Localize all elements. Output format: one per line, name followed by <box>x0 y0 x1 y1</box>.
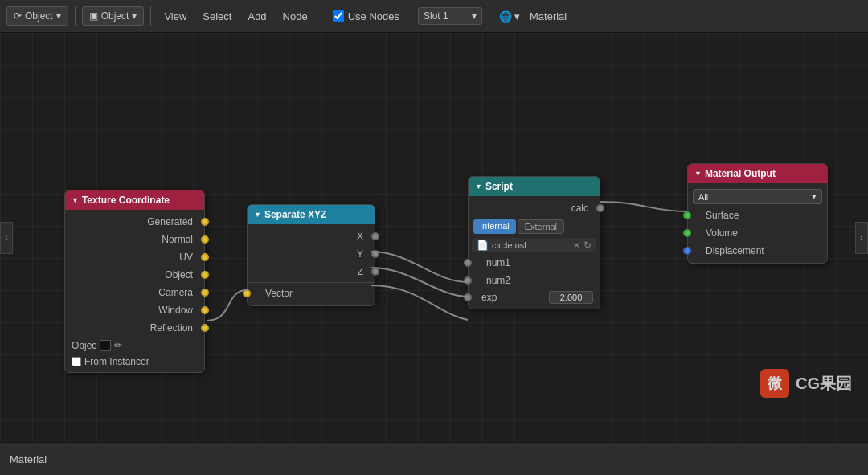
node-row-num1: num1 <box>469 254 600 272</box>
close-icon[interactable]: ✕ <box>573 240 580 251</box>
statusbar: Material <box>0 442 868 475</box>
object-icon: ▣ <box>89 10 98 22</box>
tab-internal[interactable]: Internal <box>473 219 516 234</box>
slot-dropdown[interactable]: Slot 1 ▾ <box>418 7 482 25</box>
node-menu-button[interactable]: Node <box>276 7 314 26</box>
vector-input-socket[interactable] <box>243 289 251 297</box>
object-mode-button[interactable]: ▣ Object ▾ <box>82 6 145 26</box>
left-panel-toggle[interactable]: ‹ <box>0 222 13 254</box>
separate-xyz-title: Separate XYZ <box>264 209 326 220</box>
separator4 <box>411 6 411 26</box>
texture-coordinate-body: Generated Normal UV Object Camera <box>65 210 204 372</box>
node-row-z: Z <box>248 263 375 280</box>
node-row-num2: num2 <box>469 272 600 289</box>
num1-label: num1 <box>475 257 593 268</box>
right-panel-toggle[interactable]: › <box>855 222 868 254</box>
exp-socket[interactable] <box>464 293 472 301</box>
slot-chevron: ▾ <box>472 10 477 22</box>
window-socket[interactable] <box>201 306 209 314</box>
normal-socket[interactable] <box>201 235 209 244</box>
node-row-displacement: Displacement <box>688 242 827 260</box>
separator2 <box>150 6 151 26</box>
num1-socket[interactable] <box>464 259 472 267</box>
node-row-camera: Camera <box>65 284 204 301</box>
script-tabs: Internal External <box>469 217 600 236</box>
x-socket[interactable] <box>371 232 379 240</box>
camera-socket[interactable] <box>201 289 209 297</box>
exp-label: exp <box>475 292 544 303</box>
generated-label: Generated <box>72 216 198 227</box>
script-node: ▼ Script calc Internal External 📄 circle… <box>468 176 600 309</box>
vector-label: Vector <box>254 288 368 299</box>
header-triangle: ▼ <box>72 196 79 204</box>
use-nodes-label: Use Nodes <box>348 10 399 23</box>
eyedropper-icon[interactable]: ✏ <box>114 340 122 351</box>
script-header: ▼ Script <box>469 177 600 196</box>
exp-value-field[interactable]: 2.000 <box>549 291 593 304</box>
rotate-icon: ⟳ <box>14 10 22 22</box>
separator5 <box>489 6 489 26</box>
from-instancer-checkbox[interactable] <box>72 357 81 366</box>
displacement-label: Displacement <box>694 245 821 256</box>
reflection-label: Reflection <box>72 322 198 334</box>
color-swatch[interactable] <box>100 340 111 351</box>
globe-button[interactable]: 🌐 ▾ <box>496 8 523 25</box>
refresh-icon[interactable]: ↻ <box>583 240 592 251</box>
view-menu-button[interactable]: View <box>158 7 193 26</box>
node-row-volume: Volume <box>688 224 827 242</box>
texture-coordinate-node: ▼ Texture Coordinate Generated Normal UV… <box>64 190 205 373</box>
texture-coordinate-title: Texture Coordinate <box>82 195 170 206</box>
volume-label: Volume <box>694 227 821 239</box>
wm-icon-text: 微 <box>768 374 782 393</box>
node-row-window: Window <box>65 301 204 319</box>
node-row-object: Object <box>65 266 204 284</box>
node-row-objec: Objec ✏ <box>65 337 204 354</box>
separate-xyz-body: X Y Z Vector <box>248 224 375 305</box>
node-row-surface: Surface <box>688 207 827 224</box>
node-row-x: X <box>248 227 375 245</box>
uv-socket[interactable] <box>201 253 209 261</box>
script-file-row: 📄 circle.osl ✕ ↻ <box>472 238 596 252</box>
node-canvas[interactable]: ‹ › ▼ Texture Coordinate Generated Norma… <box>0 33 868 442</box>
editor-type-button[interactable]: ⟳ Object ▾ <box>6 6 68 26</box>
num2-socket[interactable] <box>464 276 472 285</box>
uv-label: UV <box>72 252 198 263</box>
separator <box>75 6 76 26</box>
script-triangle: ▼ <box>475 182 482 190</box>
y-socket[interactable] <box>371 250 379 258</box>
exp-row: exp 2.000 <box>469 289 600 305</box>
objec-label: Objec <box>72 340 96 351</box>
displacement-socket[interactable] <box>683 247 691 255</box>
calc-socket[interactable] <box>596 204 604 212</box>
use-nodes-checkbox[interactable] <box>333 10 344 22</box>
separator <box>248 282 375 283</box>
z-socket[interactable] <box>371 268 379 276</box>
node-row-normal: Normal <box>65 231 204 248</box>
reflection-socket[interactable] <box>201 324 209 332</box>
y-label: Y <box>254 248 368 260</box>
all-value: All <box>698 192 708 202</box>
script-filename: circle.osl <box>492 240 570 250</box>
from-instancer-label: From Instancer <box>84 356 149 367</box>
material-label: Material <box>526 10 567 23</box>
slot-label: Slot 1 <box>424 10 448 22</box>
z-label: Z <box>254 266 368 277</box>
calc-label: calc <box>475 203 593 214</box>
select-menu-button[interactable]: Select <box>196 7 238 26</box>
generated-socket[interactable] <box>201 218 209 226</box>
node-row-reflection: Reflection <box>65 319 204 337</box>
output-triangle: ▼ <box>694 170 702 178</box>
file-icon: 📄 <box>477 240 489 251</box>
surface-socket[interactable] <box>683 211 691 219</box>
tab-external[interactable]: External <box>518 219 564 234</box>
all-dropdown[interactable]: All ▾ <box>693 189 822 204</box>
surface-label: Surface <box>694 210 821 221</box>
add-menu-button[interactable]: Add <box>241 7 272 26</box>
separate-triangle: ▼ <box>254 211 261 219</box>
script-body: calc Internal External 📄 circle.osl ✕ ↻ … <box>469 196 600 309</box>
material-output-title: Material Output <box>705 168 776 179</box>
use-nodes-area: Use Nodes <box>328 10 404 23</box>
object-socket[interactable] <box>201 271 209 279</box>
normal-label: Normal <box>72 234 198 245</box>
volume-socket[interactable] <box>683 229 691 237</box>
